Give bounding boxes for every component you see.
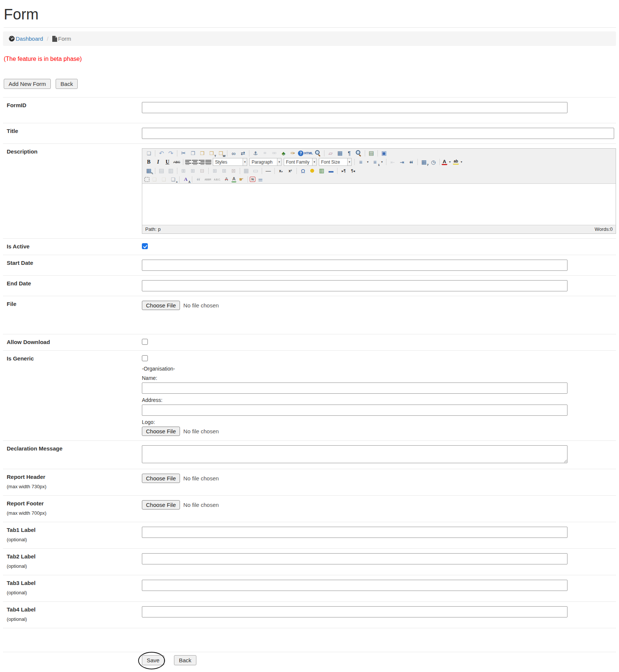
attributes-icon[interactable]: ☛ bbox=[237, 176, 246, 183]
move-backward-icon[interactable]: ❏ bbox=[159, 176, 168, 183]
abbreviation-icon[interactable]: ABBR bbox=[203, 176, 212, 183]
split-cells-icon[interactable]: ▦ bbox=[242, 167, 251, 174]
insert-layer-icon[interactable]: ❏+ bbox=[169, 176, 177, 183]
text-color-icon[interactable]: A bbox=[442, 159, 447, 165]
subscript-icon[interactable]: x₂ bbox=[277, 167, 285, 174]
cut-icon[interactable]: ✂ bbox=[179, 149, 188, 157]
align-right-icon[interactable] bbox=[199, 160, 205, 165]
visual-aid-icon[interactable] bbox=[144, 177, 149, 182]
report-header-choose-button[interactable]: Choose File bbox=[142, 474, 180, 483]
background-color-icon[interactable]: ab bbox=[453, 159, 459, 165]
preview-page-icon[interactable] bbox=[354, 149, 363, 157]
pagebreak-icon[interactable]: ⚌ bbox=[256, 176, 265, 183]
print-icon[interactable]: ▤ bbox=[367, 149, 376, 157]
emotions-icon[interactable]: ☻ bbox=[308, 167, 317, 174]
tab4-input[interactable] bbox=[142, 606, 567, 617]
anchor-icon[interactable]: ⚓ bbox=[251, 149, 260, 157]
insert-text-icon[interactable]: A bbox=[231, 177, 236, 182]
background-color-arrow[interactable]: ▾ bbox=[459, 158, 464, 166]
tab3-input[interactable] bbox=[142, 580, 567, 591]
outdent-icon[interactable]: ⇤ bbox=[388, 158, 397, 166]
redo-icon[interactable]: ↷ bbox=[167, 149, 175, 157]
insert-table-icon[interactable]: ▦✎ bbox=[144, 167, 153, 174]
image-icon[interactable]: ♣ bbox=[279, 149, 288, 157]
style-props-icon[interactable]: AA bbox=[181, 176, 190, 183]
numbered-list-menu-arrow[interactable]: ▾ bbox=[380, 158, 384, 166]
file-choose-button[interactable]: Choose File bbox=[142, 301, 180, 310]
organisation-address-input[interactable] bbox=[142, 405, 567, 416]
font-family-select[interactable]: Font Family▾ bbox=[284, 158, 317, 166]
charmap-icon[interactable]: Ω bbox=[299, 167, 307, 174]
insert-time-icon[interactable]: ◷ bbox=[429, 158, 438, 166]
bullet-list-icon[interactable]: ≡ bbox=[357, 158, 365, 166]
insert-col-after-icon[interactable]: ⊞ bbox=[220, 167, 228, 174]
rtl-icon[interactable]: ¶◂ bbox=[349, 167, 357, 174]
find-replace-icon[interactable]: ⇄ bbox=[239, 149, 247, 157]
paste-icon[interactable]: ❒ bbox=[198, 149, 206, 157]
new-document-icon[interactable]: ❏ bbox=[144, 149, 153, 157]
report-footer-choose-button[interactable]: Choose File bbox=[142, 500, 180, 510]
insert-table-grid-icon[interactable]: ▦ bbox=[336, 149, 344, 157]
title-input[interactable] bbox=[142, 128, 614, 139]
breadcrumb-dashboard-link[interactable]: Dashboard bbox=[9, 35, 43, 42]
paragraph-select[interactable]: Paragraph▾ bbox=[249, 158, 281, 166]
table-cell-properties-icon[interactable]: ▥ bbox=[167, 167, 175, 174]
is-active-checkbox[interactable] bbox=[142, 243, 148, 249]
organisation-name-input[interactable] bbox=[142, 383, 567, 394]
font-size-select[interactable]: Font Size▾ bbox=[319, 158, 352, 166]
text-color-arrow[interactable]: ▾ bbox=[448, 158, 452, 166]
is-generic-checkbox[interactable] bbox=[142, 355, 148, 361]
tab2-input[interactable] bbox=[142, 553, 567, 564]
paste-from-word-icon[interactable]: ❒W bbox=[217, 149, 225, 157]
nonbreaking-icon[interactable]: N bbox=[250, 177, 255, 182]
back-button-top[interactable]: Back bbox=[56, 79, 78, 89]
unlink-icon[interactable]: ⚮ bbox=[270, 149, 279, 157]
delete-row-icon[interactable]: ⊟ bbox=[198, 167, 206, 174]
html-icon[interactable]: HTML bbox=[304, 149, 313, 157]
cleanup-icon[interactable]: ✑ bbox=[289, 149, 297, 157]
bold-icon[interactable]: B bbox=[144, 158, 153, 166]
align-left-icon[interactable] bbox=[185, 160, 191, 165]
strikethrough-icon[interactable]: ABC bbox=[172, 158, 181, 166]
delete-text-icon[interactable]: A bbox=[222, 176, 231, 183]
insert-date-icon[interactable]: ▦7 bbox=[420, 158, 428, 166]
end-date-input[interactable] bbox=[142, 280, 567, 291]
insert-row-before-icon[interactable]: ⊞ bbox=[179, 167, 188, 174]
paste-as-text-icon[interactable]: ❒T bbox=[207, 149, 216, 157]
logo-choose-button[interactable]: Choose File bbox=[142, 427, 180, 436]
start-date-input[interactable] bbox=[142, 260, 567, 271]
media-icon[interactable]: ▥ bbox=[317, 167, 326, 174]
acronym-icon[interactable]: A.B.C. bbox=[213, 176, 221, 183]
align-justify-icon[interactable] bbox=[205, 160, 211, 165]
delete-col-icon[interactable]: ⊠ bbox=[229, 167, 238, 174]
editor-content-area[interactable] bbox=[142, 183, 616, 225]
blockquote-icon[interactable]: “ bbox=[407, 158, 416, 166]
visual-chars-icon[interactable]: ¶ bbox=[345, 149, 354, 157]
horizontal-rule-icon[interactable]: — bbox=[264, 167, 273, 174]
align-center-icon[interactable] bbox=[192, 160, 198, 165]
italic-icon[interactable]: I bbox=[154, 158, 162, 166]
tab1-input[interactable] bbox=[142, 527, 567, 538]
undo-icon[interactable]: ↶ bbox=[157, 149, 166, 157]
link-icon[interactable]: ⚭ bbox=[261, 149, 269, 157]
indent-icon[interactable]: ⇥ bbox=[398, 158, 406, 166]
superscript-icon[interactable]: x² bbox=[286, 167, 295, 174]
fullscreen-icon[interactable]: ▣ bbox=[380, 149, 388, 157]
save-button[interactable]: Save bbox=[142, 655, 164, 665]
move-forward-icon[interactable]: ❏ bbox=[150, 176, 159, 183]
preview-icon[interactable] bbox=[314, 149, 322, 157]
citation-icon[interactable]: “ bbox=[194, 176, 203, 183]
advanced-hr-icon[interactable]: ▬ bbox=[327, 167, 335, 174]
ltr-icon[interactable]: ▸¶ bbox=[339, 167, 348, 174]
find-icon[interactable]: ∞ bbox=[229, 149, 238, 157]
table-row-properties-icon[interactable]: ▤ bbox=[157, 167, 166, 174]
allow-download-checkbox[interactable] bbox=[142, 339, 148, 345]
numbered-list-icon[interactable]: ≡1 bbox=[371, 158, 379, 166]
copy-icon[interactable]: ❐ bbox=[189, 149, 197, 157]
add-new-form-button[interactable]: Add New Form bbox=[4, 79, 51, 89]
insert-col-before-icon[interactable]: ⊞ bbox=[211, 167, 219, 174]
help-icon[interactable]: ? bbox=[298, 151, 304, 156]
insert-row-after-icon[interactable]: ⊞ bbox=[189, 167, 197, 174]
formid-input[interactable] bbox=[142, 102, 567, 113]
bullet-list-menu-arrow[interactable]: ▾ bbox=[366, 158, 370, 166]
